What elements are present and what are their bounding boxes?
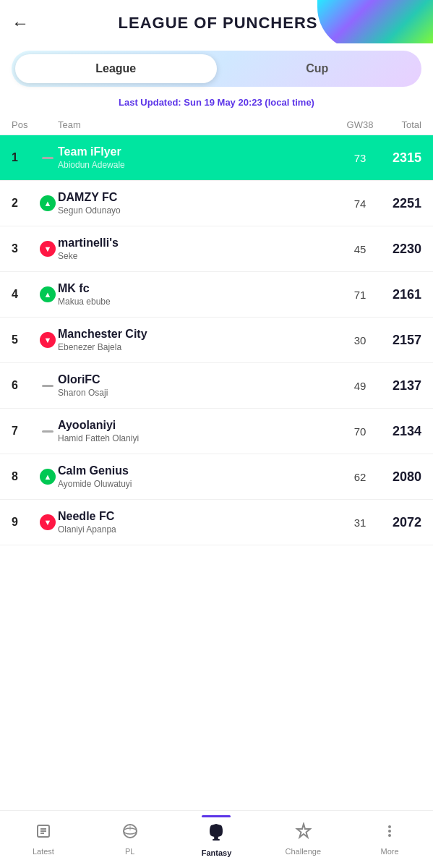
svg-rect-7 [213, 839, 220, 841]
table-row[interactable]: 9 ▼ Needle FC Olaniyi Apanpa 31 2072 [0, 500, 433, 545]
row-manager-name: Makua ebube [58, 297, 342, 307]
col-header-total: Total [378, 119, 421, 130]
row-gw-score: 45 [342, 243, 378, 255]
row-team-name: martinelli's [58, 237, 342, 250]
row-position: 8 [12, 470, 38, 483]
row-total-score: 2072 [378, 515, 421, 530]
row-position: 2 [12, 197, 38, 210]
row-indicator: ▼ [38, 332, 58, 348]
tab-selector: League Cup [12, 51, 421, 87]
tab-league[interactable]: League [15, 54, 217, 83]
col-header-pos: Pos [12, 119, 38, 130]
row-manager-name: Sharon Osaji [58, 388, 342, 398]
svg-marker-8 [297, 824, 310, 838]
row-indicator [38, 157, 58, 159]
row-team-info: MK fc Makua ebube [58, 282, 342, 307]
page-title: LEAGUE OF PUNCHERS [36, 14, 400, 33]
row-team-info: Needle FC Olaniyi Apanpa [58, 510, 342, 535]
col-header-gw: GW38 [342, 119, 378, 130]
row-gw-score: 73 [342, 152, 378, 164]
back-button[interactable]: ← [12, 13, 29, 33]
col-header-team: Team [58, 119, 342, 130]
table-row[interactable]: 1 Team iFlyer Abiodun Adewale 73 2315 [0, 135, 433, 181]
nav-item-pl[interactable]: PL [87, 822, 173, 856]
nav-item-more[interactable]: More [346, 822, 433, 856]
row-total-score: 2230 [378, 242, 421, 257]
nav-label-fantasy: Fantasy [202, 848, 232, 857]
row-manager-name: Abiodun Adewale [58, 160, 342, 170]
table-row[interactable]: 8 ▲ Calm Genius Ayomide Oluwatuyi 62 208… [0, 454, 433, 500]
table-row[interactable]: 2 ▲ DAMZY FC Segun Odunayo 74 2251 [0, 181, 433, 226]
row-position: 5 [12, 333, 38, 346]
row-team-info: DAMZY FC Segun Odunayo [58, 191, 342, 216]
row-position: 6 [12, 379, 38, 392]
nav-label-latest: Latest [33, 847, 54, 856]
indicator-up-icon: ▲ [40, 195, 56, 211]
nav-label-more: More [381, 847, 399, 856]
svg-point-10 [388, 830, 391, 833]
row-total-score: 2157 [378, 333, 421, 348]
row-indicator: ▲ [38, 286, 58, 302]
row-position: 9 [12, 516, 38, 529]
row-team-info: martinelli's Seke [58, 237, 342, 261]
row-gw-score: 74 [342, 197, 378, 210]
row-manager-name: Ebenezer Bajela [58, 342, 342, 352]
row-position: 7 [12, 425, 38, 438]
row-team-name: MK fc [58, 282, 342, 295]
header: ← LEAGUE OF PUNCHERS [0, 0, 433, 43]
table-row[interactable]: 3 ▼ martinelli's Seke 45 2230 [0, 226, 433, 272]
row-team-info: Manchester City Ebenezer Bajela [58, 328, 342, 352]
table-body: 1 Team iFlyer Abiodun Adewale 73 2315 2 … [0, 135, 433, 545]
row-indicator: ▲ [38, 195, 58, 211]
row-team-name: Team iFlyer [58, 145, 342, 158]
svg-rect-6 [214, 837, 218, 839]
row-indicator: ▼ [38, 241, 58, 257]
fantasy-icon [206, 821, 226, 846]
row-position: 4 [12, 288, 38, 301]
row-gw-score: 71 [342, 289, 378, 301]
row-gw-score: 70 [342, 425, 378, 438]
nav-item-latest[interactable]: Latest [0, 822, 87, 856]
tab-cup[interactable]: Cup [217, 54, 419, 83]
row-total-score: 2251 [378, 196, 421, 211]
table-header: Pos Team GW38 Total [0, 115, 433, 135]
indicator-up-icon: ▲ [40, 286, 56, 302]
row-team-info: Calm Genius Ayomide Oluwatuyi [58, 464, 342, 489]
row-gw-score: 49 [342, 380, 378, 392]
row-total-score: 2080 [378, 469, 421, 485]
row-team-name: Needle FC [58, 510, 342, 523]
indicator-dash-icon [42, 385, 53, 387]
table-row[interactable]: 7 Ayoolaniyi Hamid Fatteh Olaniyi 70 213… [0, 409, 433, 454]
nav-label-pl: PL [125, 847, 134, 856]
indicator-down-icon: ▼ [40, 332, 56, 348]
indicator-down-icon: ▼ [40, 241, 56, 257]
challenge-icon [294, 822, 312, 844]
indicator-up-icon: ▲ [40, 469, 56, 485]
bottom-nav: Latest PL Fantasy Challenge [0, 810, 433, 868]
row-team-name: Ayoolaniyi [58, 419, 342, 432]
table-row[interactable]: 5 ▼ Manchester City Ebenezer Bajela 30 2… [0, 318, 433, 363]
row-manager-name: Hamid Fatteh Olaniyi [58, 433, 342, 443]
row-manager-name: Seke [58, 251, 342, 261]
row-manager-name: Olaniyi Apanpa [58, 524, 342, 535]
row-total-score: 2134 [378, 424, 421, 439]
row-indicator [38, 430, 58, 433]
indicator-dash-icon [42, 157, 53, 159]
row-position: 1 [12, 151, 38, 164]
latest-icon [35, 822, 52, 844]
row-total-score: 2315 [378, 150, 421, 166]
indicator-down-icon: ▼ [40, 514, 56, 530]
nav-item-fantasy[interactable]: Fantasy [173, 821, 260, 857]
row-indicator [38, 385, 58, 387]
row-total-score: 2161 [378, 287, 421, 302]
row-gw-score: 31 [342, 516, 378, 529]
last-updated: Last Updated: Sun 19 May 20:23 (local ti… [0, 97, 433, 108]
table-row[interactable]: 6 OloriFC Sharon Osaji 49 2137 [0, 363, 433, 409]
row-team-info: Team iFlyer Abiodun Adewale [58, 145, 342, 170]
nav-item-challenge[interactable]: Challenge [260, 822, 346, 856]
row-team-name: Manchester City [58, 328, 342, 341]
row-manager-name: Ayomide Oluwatuyi [58, 479, 342, 489]
row-gw-score: 30 [342, 334, 378, 346]
table-row[interactable]: 4 ▲ MK fc Makua ebube 71 2161 [0, 272, 433, 318]
row-gw-score: 62 [342, 471, 378, 483]
